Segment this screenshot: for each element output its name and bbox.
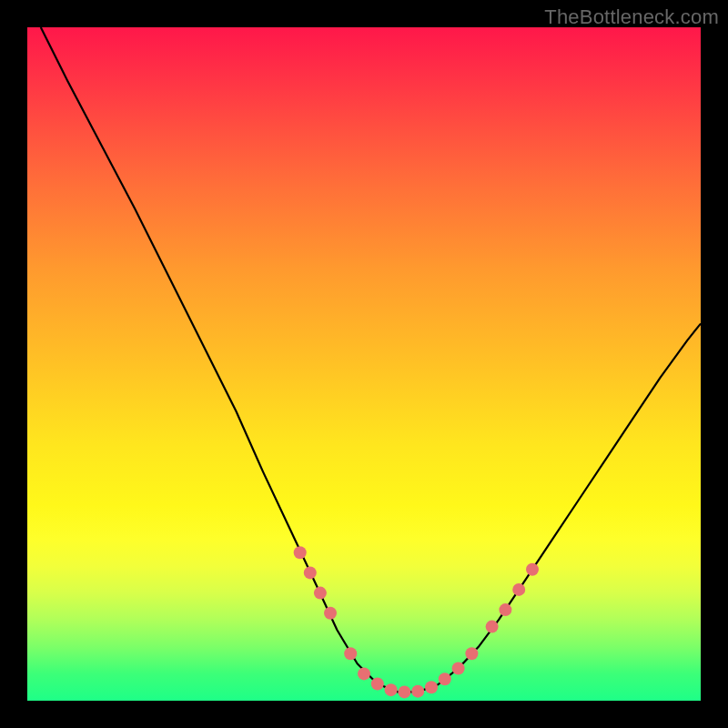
highlight-dot [425, 681, 438, 693]
highlight-dot [294, 546, 307, 559]
highlight-dot [486, 621, 499, 633]
watermark-text: TheBottleneck.com [544, 5, 719, 29]
highlight-dot [304, 566, 317, 579]
highlight-dot [371, 678, 384, 691]
highlight-dot [452, 662, 465, 674]
plot-area [27, 27, 701, 701]
chart-svg [27, 27, 701, 701]
highlight-dot [465, 647, 478, 660]
highlight-dot [512, 583, 525, 596]
highlight-dot [358, 667, 370, 680]
highlight-dot [526, 563, 539, 576]
highlight-dot [344, 647, 357, 660]
highlight-dot [324, 607, 337, 620]
highlight-dot [439, 672, 451, 685]
highlight-dot [314, 587, 327, 600]
highlight-dots-group [294, 546, 539, 698]
highlight-dot [499, 603, 511, 616]
chart-frame: TheBottleneck.com [0, 0, 728, 728]
highlight-dot [385, 683, 398, 696]
bottleneck-curve [41, 27, 701, 692]
highlight-dot [398, 685, 410, 698]
highlight-dot [411, 685, 424, 698]
